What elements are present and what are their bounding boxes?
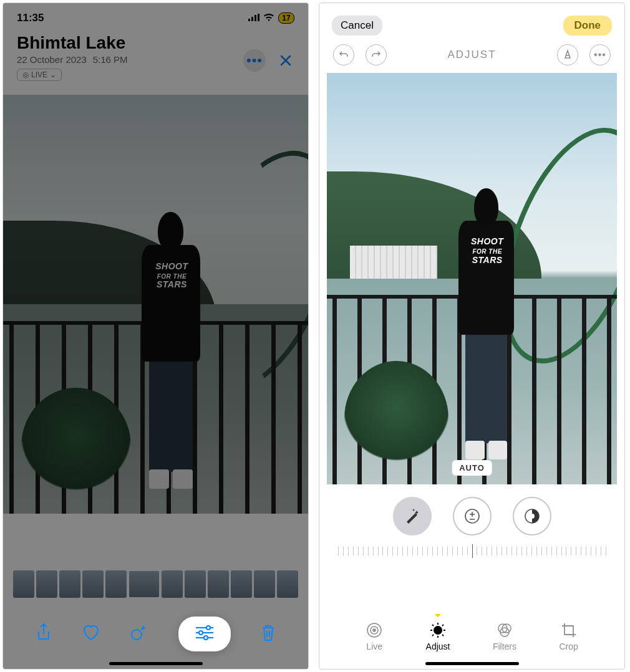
svg-rect-3 — [258, 14, 259, 21]
favorite-button[interactable] — [82, 625, 100, 643]
thumbnail-strip[interactable] — [3, 562, 308, 600]
sparkle-button[interactable] — [130, 624, 148, 644]
redo-button[interactable] — [366, 44, 387, 65]
tab-adjust[interactable]: Adjust — [426, 622, 450, 651]
close-button[interactable] — [274, 49, 297, 72]
trash-icon — [261, 624, 276, 641]
live-icon: ◎ — [22, 70, 29, 79]
svg-rect-1 — [251, 17, 253, 21]
status-time: 11:35 — [17, 12, 44, 24]
crop-icon — [560, 622, 578, 639]
svg-line-27 — [442, 625, 443, 626]
brilliance-icon — [524, 508, 540, 524]
svg-rect-0 — [248, 19, 250, 21]
redo-icon — [371, 49, 382, 60]
more-button[interactable]: ••• — [243, 49, 266, 72]
svg-line-28 — [432, 635, 434, 636]
svg-rect-2 — [254, 15, 256, 21]
tab-crop[interactable]: Crop — [559, 622, 578, 651]
tab-filters[interactable]: Filters — [493, 622, 516, 651]
thumbnail[interactable] — [208, 570, 229, 598]
markup-icon — [562, 49, 573, 60]
thumbnail[interactable] — [59, 570, 80, 598]
adjust-icon — [429, 622, 447, 639]
svg-point-10 — [204, 636, 208, 640]
sliders-icon — [195, 625, 215, 640]
status-bar: 11:35 17 — [3, 3, 308, 31]
tab-label: Live — [366, 641, 382, 651]
adjust-slider[interactable] — [338, 542, 606, 563]
undo-button[interactable] — [333, 44, 354, 65]
tab-label: Filters — [493, 641, 516, 651]
tab-live[interactable]: Live — [366, 622, 383, 651]
markup-button[interactable] — [557, 44, 578, 65]
thumbnail[interactable] — [185, 570, 206, 598]
left-phone-screenshot: 11:35 17 Bhimtal Lake 22 October 2023 5:… — [2, 2, 309, 670]
cancel-button[interactable]: Cancel — [332, 16, 382, 36]
share-icon — [36, 623, 52, 642]
filters-icon — [496, 622, 513, 639]
wifi-icon — [263, 12, 274, 24]
thumbnail[interactable] — [254, 570, 275, 598]
brilliance-button[interactable] — [513, 497, 551, 535]
svg-point-19 — [373, 629, 376, 631]
svg-point-20 — [434, 626, 442, 635]
ellipsis-icon: ••• — [246, 52, 263, 69]
svg-point-6 — [206, 626, 210, 630]
signal-icon — [248, 12, 259, 24]
close-icon — [279, 54, 293, 67]
heart-icon — [82, 625, 100, 641]
thumbnail[interactable] — [231, 570, 252, 598]
auto-badge: AUTO — [452, 460, 492, 476]
home-indicator[interactable] — [425, 662, 519, 665]
tab-label: Adjust — [426, 641, 450, 651]
thumbnail[interactable] — [82, 570, 104, 598]
svg-point-8 — [199, 631, 203, 635]
undo-icon — [338, 49, 349, 60]
wand-icon — [403, 507, 422, 526]
done-button[interactable]: Done — [563, 16, 613, 36]
more-options-button[interactable]: ••• — [589, 44, 611, 65]
photo-time: 5:16 PM — [93, 54, 128, 65]
thumbnail[interactable] — [162, 570, 183, 598]
home-indicator[interactable] — [109, 662, 203, 665]
edit-button[interactable] — [178, 617, 231, 651]
svg-line-26 — [442, 635, 443, 636]
thumbnail-selected[interactable] — [128, 570, 160, 598]
photo-date: 22 October 2023 — [17, 54, 87, 65]
right-phone-screenshot: Cancel Done ADJUST ••• — [319, 2, 625, 670]
share-button[interactable] — [36, 623, 52, 645]
live-icon — [366, 622, 383, 639]
thumbnail[interactable] — [277, 570, 298, 598]
editor-title: ADJUST — [447, 49, 496, 61]
adjustment-row — [319, 484, 624, 542]
delete-button[interactable] — [261, 624, 276, 644]
exposure-button[interactable] — [453, 497, 492, 535]
tab-label: Crop — [559, 641, 578, 651]
chevron-down-icon: ⌄ — [50, 70, 56, 79]
sparkle-icon — [130, 624, 148, 641]
svg-line-25 — [432, 625, 434, 626]
battery-indicator: 17 — [278, 12, 294, 24]
auto-enhance-button[interactable] — [393, 497, 432, 535]
thumbnail[interactable] — [13, 570, 34, 598]
svg-point-4 — [132, 630, 142, 640]
live-badge[interactable]: ◎ LIVE ⌄ — [17, 69, 62, 81]
svg-point-16 — [530, 514, 535, 519]
thumbnail[interactable] — [105, 570, 127, 598]
thumbnail[interactable] — [36, 570, 57, 598]
ellipsis-icon: ••• — [594, 49, 606, 60]
photo-preview[interactable]: SHOOTFOR THESTARS — [3, 95, 308, 514]
exposure-icon — [464, 508, 480, 524]
edit-photo-preview[interactable]: SHOOTFOR THESTARS AUTO — [327, 73, 617, 484]
